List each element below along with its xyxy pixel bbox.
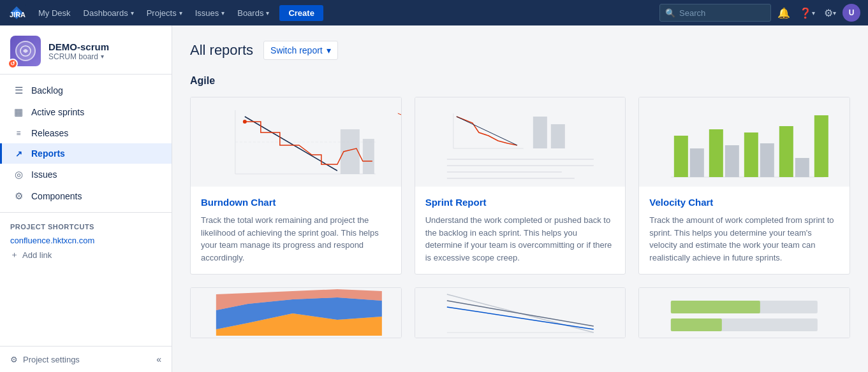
notifications-icon[interactable]: 🔔 (774, 3, 794, 23)
burndown-chart-svg (191, 97, 401, 187)
sprint-chart-svg (415, 97, 626, 187)
velocity-chart-svg (639, 97, 850, 187)
svg-rect-14 (533, 117, 547, 148)
sidebar-item-backlog[interactable]: ☰ Backlog (0, 80, 172, 101)
project-avatar-dot: ↺ (8, 59, 18, 69)
topnav-right: 🔍 🔔 ❓▾ ⚙▾ U (659, 3, 860, 23)
sidebar-item-label: Issues (31, 169, 57, 180)
version-preview (415, 288, 626, 338)
velocity-preview (639, 97, 850, 187)
page-layout: ↺ DEMO-scrum SCRUM board ▾ ☰ Backlog ▦ A… (0, 25, 868, 372)
svg-rect-23 (709, 129, 723, 177)
search-icon: 🔍 (665, 8, 675, 18)
reports-icon: ↗ (12, 149, 25, 159)
project-header: ↺ DEMO-scrum SCRUM board ▾ (0, 25, 172, 75)
sidebar-item-label: Active sprints (31, 107, 84, 117)
svg-rect-25 (744, 132, 758, 177)
svg-rect-29 (814, 115, 828, 177)
velocity-chart-card[interactable]: Velocity Chart Track the amount of work … (638, 97, 850, 275)
components-icon: ⚙ (12, 190, 25, 202)
svg-point-9 (243, 120, 247, 124)
sidebar-divider (0, 212, 172, 213)
svg-line-13 (456, 117, 517, 145)
sidebar-item-label: Backlog (31, 85, 63, 96)
nav-projects[interactable]: Projects▾ (142, 0, 188, 25)
svg-rect-26 (760, 143, 774, 177)
bottom-reports-grid (190, 287, 850, 338)
sprint-preview (415, 97, 626, 187)
svg-rect-40 (671, 318, 722, 331)
svg-rect-15 (550, 124, 564, 148)
svg-line-10 (398, 113, 401, 120)
svg-line-35 (446, 301, 593, 326)
epic-report-card[interactable] (638, 287, 850, 338)
help-icon[interactable]: ❓▾ (797, 3, 817, 23)
nav-dashboards[interactable]: Dashboards▾ (78, 0, 139, 25)
sprint-title: Sprint Report (425, 197, 615, 208)
burndown-chart-card[interactable]: Burndown Chart Track the total work rema… (190, 97, 402, 275)
svg-rect-27 (779, 126, 793, 177)
burndown-preview (191, 97, 401, 187)
velocity-desc: Track the amount of work completed from … (649, 214, 839, 264)
create-button[interactable]: Create (279, 5, 323, 21)
svg-rect-24 (725, 145, 739, 177)
sidebar-item-active-sprints[interactable]: ▦ Active sprints (0, 101, 172, 123)
project-name: DEMO-scrum (48, 41, 109, 52)
sidebar-collapse-button[interactable]: « (156, 354, 161, 364)
add-link-button[interactable]: ＋ Add link (10, 249, 161, 261)
reports-grid: Burndown Chart Track the total work rema… (190, 97, 850, 275)
burndown-desc: Track the total work remaining and proje… (201, 214, 391, 264)
svg-rect-22 (690, 148, 704, 177)
chevron-down-icon: ▾ (327, 45, 331, 55)
epic-svg (639, 288, 850, 338)
jira-logo[interactable]: JIRA (8, 4, 26, 22)
svg-rect-7 (363, 139, 374, 174)
cumulative-svg (191, 288, 401, 338)
sidebar-item-issues[interactable]: ◎ Issues (0, 164, 172, 185)
shortcuts-link[interactable]: confluence.hktxcn.com (10, 236, 161, 245)
burndown-title: Burndown Chart (201, 197, 391, 208)
agile-section-title: Agile (190, 75, 850, 87)
svg-rect-38 (671, 301, 760, 313)
releases-icon: ≡ (12, 129, 25, 138)
sidebar-footer: ⚙ Project settings « (0, 346, 172, 372)
nav-issues[interactable]: Issues▾ (190, 0, 230, 25)
backlog-icon: ☰ (12, 85, 25, 96)
project-shortcuts: PROJECT SHORTCUTS confluence.hktxcn.com … (0, 218, 172, 266)
settings-cog-icon: ⚙ (10, 355, 18, 364)
sprint-desc: Understand the work completed or pushed … (425, 214, 615, 264)
cumulative-flow-card[interactable] (190, 287, 402, 338)
switch-report-button[interactable]: Switch report ▾ (263, 41, 338, 60)
project-type[interactable]: SCRUM board ▾ (48, 52, 109, 61)
svg-text:JIRA: JIRA (10, 11, 26, 18)
settings-icon[interactable]: ⚙▾ (820, 3, 840, 23)
nav-boards[interactable]: Boards▾ (232, 0, 274, 25)
search-input[interactable] (679, 8, 762, 18)
sidebar-item-label: Releases (31, 128, 68, 138)
version-report-card[interactable] (415, 287, 626, 338)
sidebar: ↺ DEMO-scrum SCRUM board ▾ ☰ Backlog ▦ A… (0, 25, 172, 372)
svg-line-8 (245, 117, 337, 171)
sprint-report-card[interactable]: Sprint Report Understand the work comple… (415, 97, 626, 275)
page-header: All reports Switch report ▾ (190, 41, 850, 60)
epic-preview (639, 288, 850, 338)
page-title: All reports (190, 42, 253, 59)
sidebar-item-label: Reports (31, 148, 65, 159)
sidebar-item-label: Components (31, 191, 82, 201)
project-settings-button[interactable]: ⚙ Project settings (10, 355, 80, 364)
sidebar-item-releases[interactable]: ≡ Releases (0, 123, 172, 143)
svg-rect-21 (674, 136, 688, 177)
shortcuts-label: PROJECT SHORTCUTS (10, 223, 161, 231)
sidebar-navigation: ☰ Backlog ▦ Active sprints ≡ Releases ↗ … (0, 75, 172, 346)
top-navigation: JIRA My Desk Dashboards▾ Projects▾ Issue… (0, 0, 868, 25)
search-box[interactable]: 🔍 (659, 4, 771, 22)
nav-mydesk[interactable]: My Desk (33, 0, 76, 25)
sidebar-item-reports[interactable]: ↗ Reports (0, 143, 172, 164)
main-content: All reports Switch report ▾ Agile (172, 25, 868, 372)
cumulative-preview (191, 288, 401, 338)
project-avatar: ↺ (10, 36, 41, 66)
sidebar-item-components[interactable]: ⚙ Components (0, 185, 172, 207)
user-avatar[interactable]: U (842, 4, 860, 22)
svg-rect-28 (795, 158, 809, 177)
issues-icon: ◎ (12, 169, 25, 180)
